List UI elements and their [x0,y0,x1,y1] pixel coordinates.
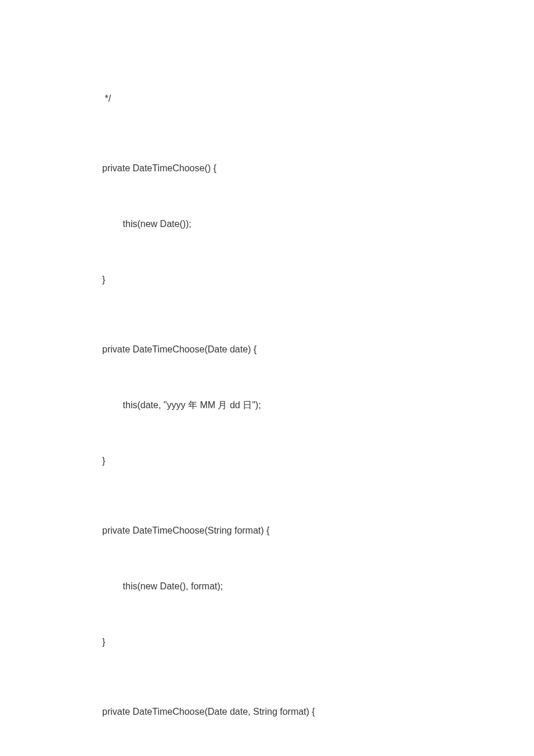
code-line: private DateTimeChoose() { [102,161,534,175]
code-line: } [102,635,534,649]
code-line: private DateTimeChoose(Date date) { [102,343,534,357]
document-page: */ private DateTimeChoose() { this(new D… [0,0,534,756]
code-line: } [102,454,534,468]
code-line: } [102,273,534,287]
code-line: private DateTimeChoose(String format) { [102,524,534,538]
code-line: this(date, "yyyy 年 MM 月 dd 日"); [102,398,534,412]
code-line: this(new Date(), format); [102,579,534,593]
code-line: */ [102,92,534,106]
code-line: private DateTimeChoose(Date date, String… [102,705,534,719]
code-block: */ private DateTimeChoose() { this(new D… [102,64,534,756]
code-line: this(new Date()); [102,217,534,231]
